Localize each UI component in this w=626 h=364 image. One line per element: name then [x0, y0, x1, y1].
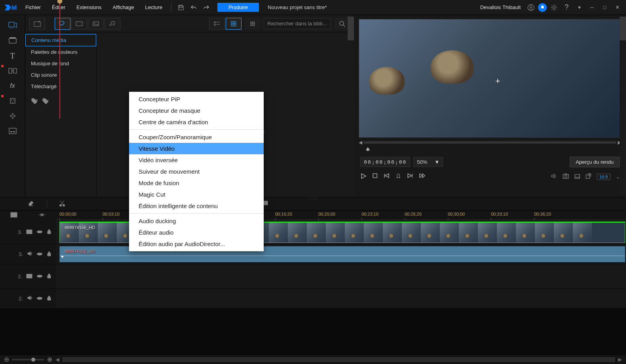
track-lock-icon[interactable] [47, 229, 51, 235]
cm-audio-editor[interactable]: Éditeur audio [129, 227, 264, 238]
rail-transition-icon[interactable] [4, 64, 21, 78]
menu-file[interactable]: Fichier [21, 3, 46, 12]
render-preview-button[interactable]: Aperçu du rendu [570, 157, 620, 167]
cm-video-speed[interactable]: Vitesse Vidéo [129, 143, 264, 154]
rail-overlay-icon[interactable] [4, 94, 21, 108]
tag-add-icon[interactable] [31, 98, 39, 107]
zoom-in-icon[interactable]: ⊕ [47, 356, 52, 363]
chevron-down-icon[interactable]: ▾ [574, 2, 585, 13]
category-downloaded[interactable]: Téléchargé [25, 81, 96, 92]
menu-edit[interactable]: Éditer [47, 3, 70, 12]
track-visibility-icon[interactable] [36, 273, 43, 280]
ratio-chevron-icon[interactable]: ⌄ [616, 174, 620, 180]
cm-content-aware-edit[interactable]: Édition intelligente de contenu [129, 200, 264, 212]
preview-viewport[interactable]: + [359, 19, 621, 138]
popout-icon[interactable] [586, 173, 591, 180]
help-icon[interactable]: ? [561, 2, 572, 13]
cm-crop-zoom-pan[interactable]: Couper/Zoom/Panoramique [129, 131, 264, 143]
view-list-icon[interactable] [209, 18, 225, 30]
timeline-magnet-icon[interactable] [38, 212, 46, 219]
close-icon[interactable]: ✕ [612, 2, 623, 13]
fast-forward-icon[interactable] [419, 173, 426, 181]
undo-icon[interactable] [188, 2, 199, 13]
redo-icon[interactable] [201, 2, 212, 13]
stop-icon[interactable] [372, 173, 378, 181]
snapshot-icon[interactable] [563, 173, 569, 180]
timeline-view-icon[interactable] [10, 212, 17, 219]
cm-mask-designer[interactable]: Concepteur de masque [129, 105, 264, 116]
tag-remove-icon[interactable] [42, 98, 50, 107]
category-color-palettes[interactable]: Palettes de couleurs [25, 46, 96, 58]
track-visibility-icon[interactable] [36, 229, 43, 235]
track-lock-icon[interactable] [47, 251, 51, 258]
category-background-music[interactable]: Musique de fond [25, 58, 96, 69]
aspect-ratio-display[interactable]: 16:9 [597, 174, 611, 180]
cut-icon[interactable] [59, 200, 65, 208]
menu-playback[interactable]: Lecture [141, 3, 167, 12]
filter-audio-icon[interactable] [105, 18, 120, 30]
settings-icon[interactable] [548, 2, 559, 13]
cm-video-reverse[interactable]: Vidéo inversée [129, 154, 264, 166]
track-content[interactable] [56, 289, 626, 308]
next-frame-icon[interactable] [407, 173, 413, 181]
cm-pip-designer[interactable]: Concepteur PiP [129, 93, 264, 105]
rail-fx-icon[interactable]: fx [4, 79, 21, 93]
filter-video-icon[interactable] [71, 18, 87, 30]
category-media-content[interactable]: Contenu média [25, 34, 96, 46]
media-vertical-scrollbar[interactable] [348, 17, 354, 195]
track-lock-icon[interactable] [47, 295, 51, 302]
preview-zoom-select[interactable]: 50%▼ [413, 157, 443, 167]
track-lock-icon[interactable] [47, 273, 51, 280]
volume-icon[interactable] [551, 173, 557, 180]
filter-image-icon[interactable] [88, 18, 104, 30]
scroll-left-icon[interactable]: ◀ [55, 356, 59, 362]
panel-resize-grip[interactable]: :::::: [307, 196, 319, 200]
save-icon[interactable] [175, 2, 186, 13]
eraser-icon[interactable] [28, 200, 35, 208]
notification-icon[interactable] [538, 3, 547, 12]
user-icon[interactable] [525, 2, 537, 13]
clip-marker-icon[interactable] [395, 173, 401, 181]
svg-point-51 [39, 253, 40, 255]
rail-media-icon[interactable] [4, 19, 21, 32]
maximize-icon[interactable]: □ [599, 2, 610, 13]
track-visibility-icon[interactable] [36, 251, 43, 258]
scroll-right-icon[interactable]: ▶ [618, 356, 622, 362]
preview-vertical-scrollbar[interactable] [620, 17, 626, 195]
cm-motion-tracker[interactable]: Suiveur de mouvement [129, 166, 264, 177]
view-grid-icon[interactable] [226, 18, 242, 30]
filter-all-icon[interactable] [55, 18, 70, 30]
cm-audiodirector[interactable]: Édition audio par AudioDirector... [129, 238, 264, 250]
menu-view[interactable]: Affichage [108, 3, 139, 12]
menu-extensions[interactable]: Extensions [72, 3, 107, 12]
track-content[interactable] [56, 264, 626, 288]
rail-title-icon[interactable]: T [4, 49, 21, 63]
prev-frame-icon[interactable] [383, 173, 390, 181]
category-sound-clip[interactable]: Clip sonore [25, 69, 96, 81]
timecode-display[interactable]: 00;00;00;00 [360, 157, 410, 167]
rail-particle-icon[interactable] [4, 109, 21, 123]
cm-blend-mode[interactable]: Mode de fusion [129, 177, 264, 189]
in-marker-icon[interactable] [366, 147, 370, 151]
minimize-icon[interactable]: ─ [586, 2, 597, 13]
cm-audio-ducking[interactable]: Audio ducking [129, 215, 264, 227]
timeline-horizontal-scrollbar[interactable] [63, 357, 615, 362]
view-options-icon[interactable] [245, 18, 261, 30]
scrub-track[interactable] [364, 141, 616, 144]
track-visibility-icon[interactable] [36, 296, 43, 302]
playhead[interactable] [59, 0, 60, 119]
cm-magic-cut[interactable]: Magic Cut [129, 189, 264, 200]
scrub-left-icon[interactable]: ◀ [359, 140, 362, 145]
import-icon[interactable] [29, 18, 45, 30]
rail-rooms-icon[interactable] [4, 34, 21, 47]
zoom-out-icon[interactable]: ⊖ [4, 356, 9, 363]
search-input[interactable]: Rechercher dans la bibli... [264, 18, 331, 29]
play-icon[interactable] [360, 173, 367, 181]
cm-action-camera[interactable]: Centre de caméra d'action [129, 116, 264, 128]
produce-button[interactable]: Produire [217, 3, 259, 12]
rail-subtitle-icon[interactable] [4, 124, 21, 138]
svg-point-29 [254, 21, 255, 23]
preview-scrubber[interactable]: ◀ ▶ [359, 138, 621, 147]
timeline-zoom-slider[interactable] [12, 359, 44, 360]
dock-icon[interactable] [575, 173, 580, 180]
